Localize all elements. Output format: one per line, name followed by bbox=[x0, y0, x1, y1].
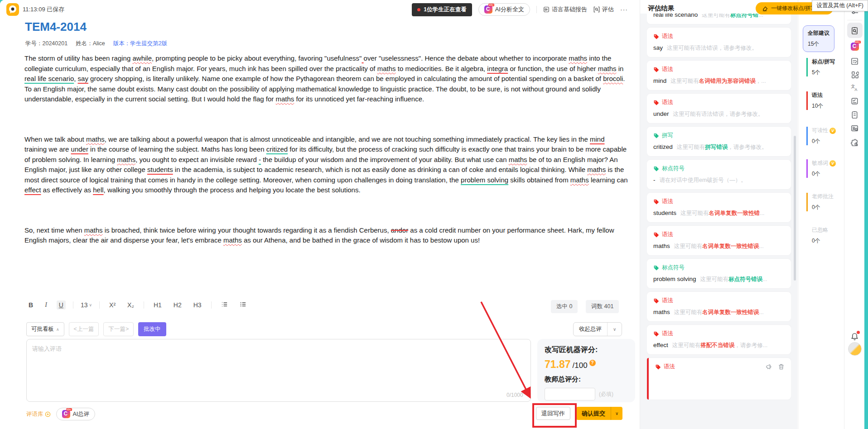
collapse-summary-button[interactable]: 收起总评 ∨ bbox=[573, 322, 622, 336]
filter-item-标点/拼写[interactable]: 标点/拼写5个 bbox=[806, 58, 835, 76]
list-scrollbar[interactable] bbox=[794, 136, 796, 281]
marked-text[interactable]: problem solving bbox=[461, 176, 508, 184]
marked-text[interactable]: say bbox=[78, 75, 88, 82]
evaluate-button[interactable]: 评估 bbox=[593, 5, 614, 14]
marked-text[interactable]: maths bbox=[86, 135, 105, 143]
suggestion-card[interactable]: 标点符号real life scenario这里可能有标点符号错... bbox=[647, 14, 791, 24]
suggestion-card[interactable]: 语法mind这里可能有名词错用为形容词错误，... bbox=[647, 61, 791, 90]
filter-item-全部建议[interactable]: 全部建议15个 bbox=[803, 25, 834, 52]
live-dot-icon bbox=[417, 8, 420, 11]
card-description: 这里可能有 bbox=[670, 78, 699, 84]
suggestion-card[interactable]: 语法maths这里可能有名词单复数一致性错误... bbox=[647, 226, 791, 255]
svg-text:A: A bbox=[855, 87, 858, 92]
marked-text[interactable]: maths bbox=[509, 156, 527, 163]
marked-text[interactable]: critized bbox=[266, 145, 288, 153]
plugin-search-icon[interactable] bbox=[847, 135, 863, 150]
filter-item-可读性[interactable]: 可读性V0个 bbox=[806, 127, 836, 145]
marked-text[interactable]: maths bbox=[276, 95, 294, 103]
tag-icon bbox=[655, 364, 661, 370]
more-menu-button[interactable]: ··· bbox=[620, 6, 628, 13]
trash-icon[interactable] bbox=[778, 363, 785, 370]
essay-text: is broached, think twice before wiring y… bbox=[103, 226, 391, 234]
suggestion-card[interactable]: 标点符号problem solving这里可能有标点符号错误... bbox=[647, 259, 791, 288]
marked-text[interactable]: brocoli bbox=[603, 75, 623, 82]
marked-text[interactable]: maths bbox=[587, 166, 606, 173]
marked-text[interactable]: maths bbox=[117, 156, 135, 163]
ai-assistant-icon[interactable] bbox=[847, 39, 863, 54]
selection-count-chip[interactable]: 选中 0 bbox=[551, 300, 578, 313]
heading3-button[interactable]: H3 bbox=[191, 300, 204, 310]
tag-icon bbox=[653, 331, 659, 337]
ordered-list-button[interactable] bbox=[219, 300, 230, 310]
report-clipboard-icon[interactable] bbox=[847, 107, 863, 122]
megaphone-icon[interactable] bbox=[766, 363, 772, 370]
filter-item-已忽略[interactable]: 已忽略0个 bbox=[806, 226, 828, 245]
tag-label: 语法 bbox=[664, 363, 675, 371]
marked-text[interactable]: maths bbox=[223, 236, 242, 244]
marked-text[interactable]: integra bbox=[487, 65, 508, 72]
suggestion-card[interactable]: 语法effect这里可能有搭配不当错误，请参考修... bbox=[647, 325, 791, 354]
phrase-library-button[interactable]: 评语库 bbox=[26, 410, 51, 418]
marked-text[interactable]: students bbox=[147, 166, 173, 173]
tag-label: 标点符号 bbox=[662, 165, 685, 172]
language-report-button[interactable]: 语言基础报告 bbox=[543, 5, 587, 14]
marked-text[interactable]: awhile bbox=[132, 54, 152, 62]
card-description: 这里可能有 bbox=[702, 14, 730, 18]
suggestion-card[interactable]: 语法students这里可能有名词单复数一致性错... bbox=[647, 193, 791, 222]
ai-analyze-button[interactable]: AI分析全文 bbox=[478, 3, 530, 16]
suggestion-card[interactable]: 语法maths这里可能有名词单复数一致性错误... bbox=[647, 292, 791, 321]
grading-checklist-icon[interactable] bbox=[847, 93, 863, 109]
marked-text[interactable]: andor bbox=[391, 226, 408, 234]
marked-text[interactable]: hell bbox=[93, 186, 103, 194]
font-size-select[interactable]: 13∨ bbox=[81, 301, 92, 309]
marked-text[interactable]: maths bbox=[84, 226, 103, 234]
heading1-button[interactable]: H1 bbox=[151, 300, 164, 310]
notifications-bell-icon[interactable] bbox=[847, 329, 863, 344]
chevron-up-icon: ∧ bbox=[56, 327, 59, 332]
word-count-chip[interactable]: 词数 401 bbox=[586, 300, 619, 313]
italic-button[interactable]: I bbox=[43, 300, 49, 310]
prev-essay-button[interactable]: <上一篇 bbox=[69, 322, 99, 336]
return-writing-button[interactable]: 退回写作 bbox=[536, 407, 570, 420]
filter-item-语法[interactable]: 语法10个 bbox=[806, 91, 823, 110]
essay-correction-icon[interactable] bbox=[847, 53, 863, 69]
filter-item-敏感词[interactable]: 敏感词V0个 bbox=[806, 159, 836, 178]
ai-summary-button[interactable]: AI总评 bbox=[56, 408, 96, 420]
marked-text[interactable]: mind bbox=[590, 135, 605, 143]
marked-text[interactable]: maths bbox=[377, 65, 396, 72]
marked-text[interactable]: maths bbox=[569, 54, 587, 62]
confirm-submit-button[interactable]: 确认提交 ∨ bbox=[576, 407, 622, 420]
marked-text[interactable]: real life scenario bbox=[24, 75, 74, 82]
suggestion-card[interactable]: 语法say这里可能有语法错误，请参考修改。 bbox=[647, 28, 791, 57]
underline-button[interactable]: U bbox=[57, 300, 66, 310]
teacher-score-input[interactable] bbox=[545, 388, 595, 400]
suggestion-card[interactable]: 语法 bbox=[647, 358, 791, 400]
superscript-button[interactable]: X² bbox=[107, 300, 118, 310]
translate-icon[interactable]: 文A bbox=[847, 80, 863, 95]
heading2-button[interactable]: H2 bbox=[171, 300, 184, 310]
marked-text[interactable]: effect bbox=[24, 186, 41, 194]
suggestion-card[interactable]: 标点符号-请在对话中使用em破折号（—）。 bbox=[647, 160, 791, 189]
filter-item-老师批注[interactable]: 老师批注0个 bbox=[806, 193, 834, 211]
next-essay-button[interactable]: 下一篇> bbox=[103, 322, 134, 336]
comment-input[interactable] bbox=[26, 339, 531, 402]
marked-text[interactable]: maths bbox=[570, 176, 589, 184]
suggestion-card[interactable]: 拼写critized这里可能有拼写错误，请参考修改。 bbox=[647, 127, 791, 156]
subscript-button[interactable]: X₂ bbox=[125, 300, 136, 310]
card-description: 标点符号错 bbox=[730, 14, 759, 18]
marked-text[interactable]: under bbox=[71, 145, 88, 153]
essay-text: over "uselessness". Hence the debate abo… bbox=[364, 54, 569, 62]
students-viewing-badge[interactable]: 1位学生正在查看 bbox=[412, 3, 472, 16]
user-avatar[interactable] bbox=[848, 342, 862, 356]
suggestion-card[interactable]: 语法under这里可能有语法错误，请参考修改。 bbox=[647, 94, 791, 123]
marked-text[interactable]: maths bbox=[598, 65, 617, 72]
version-link[interactable]: 版本：学生提交第2版 bbox=[113, 40, 167, 48]
student-search-icon[interactable] bbox=[847, 120, 863, 136]
filter-label: 标点/拼写 bbox=[812, 58, 835, 66]
score-help-icon[interactable]: ? bbox=[589, 360, 596, 366]
review-board-button[interactable]: 可批看板∧ bbox=[26, 322, 64, 336]
evaluate-clipboard-search-icon[interactable] bbox=[847, 23, 863, 38]
bullet-list-button[interactable] bbox=[237, 300, 249, 310]
grading-status-badge[interactable]: 批改中 bbox=[138, 322, 166, 336]
bold-button[interactable]: B bbox=[26, 300, 35, 310]
